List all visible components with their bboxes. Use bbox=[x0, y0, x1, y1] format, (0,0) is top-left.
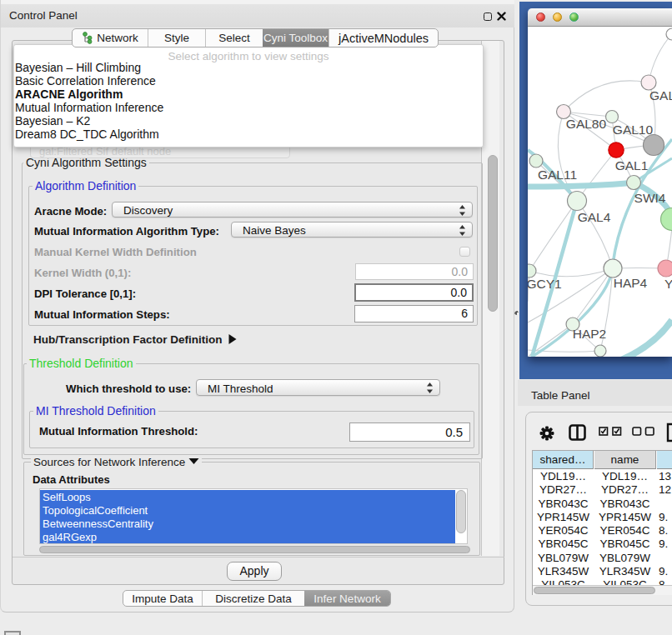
svg-text:GAL4: GAL4 bbox=[578, 210, 611, 224]
svg-text:GAL7: GAL7 bbox=[649, 88, 672, 102]
svg-text:GAL80: GAL80 bbox=[566, 117, 607, 131]
svg-text:GCY1: GCY1 bbox=[528, 277, 562, 291]
svg-text:HAP4: HAP4 bbox=[614, 276, 648, 290]
svg-text:SWI4: SWI4 bbox=[634, 191, 666, 205]
svg-text:HAP2: HAP2 bbox=[573, 327, 607, 341]
svg-text:Y: Y bbox=[664, 277, 672, 291]
svg-text:GAL11: GAL11 bbox=[538, 168, 577, 182]
svg-text:GAL1: GAL1 bbox=[615, 158, 649, 172]
svg-text:GAL10: GAL10 bbox=[613, 122, 654, 137]
